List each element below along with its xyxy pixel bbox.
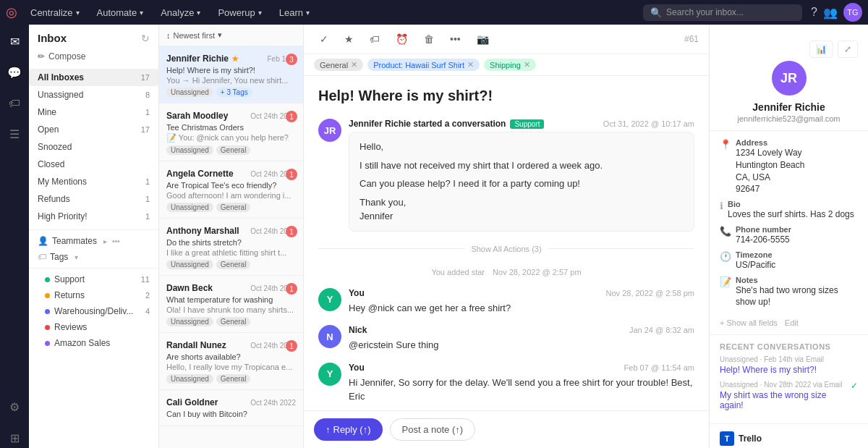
snooze-button[interactable]: ⏰ [390, 30, 414, 48]
conv-item-dawn[interactable]: Dawn Beck Oct 24th 2022 1 What temperatu… [159, 276, 303, 333]
conv-badge-dawn: General [216, 317, 251, 326]
delete-button[interactable]: 🗑 [418, 30, 440, 48]
conv-subject-jennifer: Help! Where is my shirt?! [166, 66, 296, 75]
recent-conv-2[interactable]: Unassigned · Nov 28th 2022 via Email My … [720, 381, 858, 410]
attach-button[interactable]: 📷 [471, 30, 495, 48]
inbox-sub-reviews[interactable]: Reviews [29, 319, 158, 335]
conv-name-angela: Angela Cornette [166, 169, 234, 179]
timezone-icon: 🕐 [720, 251, 731, 262]
more-button[interactable]: ••• [444, 30, 467, 48]
conv-item-randall[interactable]: Randall Nunez Oct 24th 2022 1 Are shorts… [159, 333, 303, 390]
profile-email: jenniferrichie523@gmail.com [737, 114, 840, 123]
users-icon[interactable]: 👥 [823, 6, 838, 20]
address-label: Address [736, 138, 858, 147]
settings-icon[interactable]: ⚙ [7, 397, 22, 417]
search-input[interactable] [666, 7, 795, 17]
timezone-label: Timezone [736, 250, 858, 259]
profile-avatar: JR [772, 61, 807, 96]
tag-sidebar-icon[interactable]: 🏷 [6, 94, 23, 113]
divider2 [29, 268, 158, 269]
inbox-sub-warehousing[interactable]: Warehousing/Deliv... 4 [29, 303, 158, 319]
chat-icon[interactable]: 💬 [4, 63, 25, 83]
conv-item-sarah[interactable]: Sarah Moodley Oct 24th 2022 1 Tee Christ… [159, 103, 303, 161]
refresh-icon[interactable]: ↻ [141, 33, 150, 44]
help-icon[interactable]: ? [811, 6, 817, 19]
inbox-sub-amazon[interactable]: Amazon Sales [29, 335, 158, 351]
sort-button[interactable]: ↕ Newest first ▾ [166, 30, 222, 40]
inbox-sub-returns[interactable]: Returns 2 [29, 287, 158, 303]
inbox-row-mine[interactable]: Mine 1 [29, 103, 158, 121]
inbox-row-closed[interactable]: Closed [29, 156, 158, 173]
conv-preview-anthony: I like a great athletic fitting shirt t.… [166, 248, 296, 257]
inbox-sub-support[interactable]: Support 11 [29, 271, 158, 287]
reply-button[interactable]: ↑ Reply (↑) [314, 418, 383, 441]
profile-name: Jennifer Richie [752, 101, 825, 113]
conv-preview-dawn: Ola! I have shrunk too many shirts... [166, 305, 296, 314]
tag-hawaii[interactable]: Product: Hawaii Surf Shirt ✕ [367, 59, 480, 71]
nav-automate[interactable]: Automate ▾ [90, 4, 151, 21]
system-show-actions[interactable]: Show All Actions (3) [318, 242, 694, 256]
profile-header: 📊 ⤢ JR Jennifer Richie jenniferrichie523… [710, 25, 868, 131]
search-bar[interactable]: 🔍 [643, 4, 802, 21]
msg-sender-you-1: You [349, 288, 365, 298]
star-icon-jennifer: ★ [231, 54, 239, 64]
tag-shipping[interactable]: Shipping ✕ [484, 59, 536, 71]
nav-analyze[interactable]: Analyze ▾ [153, 4, 208, 21]
unassigned-label: Unassigned [38, 90, 83, 100]
phone-icon: 📞 [720, 226, 731, 237]
conv-item-angela[interactable]: Angela Cornette Oct 24th 2022 1 Are Trop… [159, 161, 303, 219]
nav-powerup[interactable]: Powerup ▾ [210, 4, 268, 21]
conv-subject-cali: Can I buy with Bitcoin? [166, 410, 296, 418]
post-note-button[interactable]: Post a note (↑) [390, 418, 476, 441]
notes-field: 📝 Notes She's had two wrong sizes show u… [720, 276, 858, 309]
conversation-main: ✓ ★ 🏷 ⏰ 🗑 ••• 📷 #61 General ✕ Product: H… [304, 25, 709, 448]
tag-shipping-remove[interactable]: ✕ [524, 60, 530, 69]
bio-label: Bio [728, 200, 858, 208]
my-mentions-count: 1 [145, 177, 150, 186]
inbox-row-refunds[interactable]: Refunds 1 [29, 190, 158, 208]
inbox-row-open[interactable]: Open 17 [29, 121, 158, 138]
returns-dot [45, 293, 50, 298]
snoozed-label: Snoozed [38, 142, 72, 152]
conv-item-anthony[interactable]: Anthony Marshall Oct 24th 2022 1 Do the … [159, 219, 303, 276]
nav-learn[interactable]: Learn ▾ [272, 4, 317, 21]
grid-icon[interactable]: ⊞ [7, 428, 22, 448]
compose-icon: ✏ [38, 51, 45, 62]
tags-row[interactable]: 🏷 Tags ▾ [29, 249, 158, 265]
nav-centralize[interactable]: Centralize ▾ [23, 4, 87, 21]
message-jennifer-start: JR Jennifer Richie started a conversatio… [318, 119, 694, 232]
avatar-nick: N [318, 325, 341, 348]
user-avatar[interactable]: TG [843, 3, 862, 22]
tag-general-remove[interactable]: ✕ [351, 60, 357, 69]
app-logo[interactable]: ◎ [6, 4, 17, 20]
recent-conv-1[interactable]: Unassigned · Feb 14th via Email Help! Wh… [720, 355, 858, 375]
conv-item-jennifer[interactable]: Jennifer Richie ★ Feb 14th 3 Help! Where… [159, 46, 303, 103]
inbox-icon[interactable]: ✉ [7, 32, 22, 51]
inbox-row-my-mentions[interactable]: My Mentions 1 [29, 173, 158, 190]
conv-badges-sarah: Unassigned General [166, 145, 296, 155]
tag-hawaii-remove[interactable]: ✕ [467, 60, 474, 69]
teammates-row[interactable]: 👤 Teammates ▸ ••• [29, 233, 158, 249]
inbox-row-all-inboxes[interactable]: All Inboxes 17 [29, 69, 158, 86]
edit-link[interactable]: Edit [785, 318, 799, 327]
chart-icon-btn[interactable]: 📊 [809, 41, 833, 58]
menu-icon[interactable]: ☰ [7, 124, 22, 144]
tag-button[interactable]: 🏷 [364, 30, 386, 48]
conv-status-randall: Unassigned [166, 374, 213, 384]
inbox-row-unassigned[interactable]: Unassigned 8 [29, 86, 158, 103]
tags-expand-icon: ▾ [75, 253, 78, 261]
compose-button[interactable]: ✏ Compose [29, 48, 158, 67]
tag-general[interactable]: General ✕ [314, 59, 363, 71]
check-button[interactable]: ✓ [314, 30, 334, 48]
conv-badges-anthony: Unassigned General [166, 260, 296, 269]
inbox-header: Inbox ↻ [29, 25, 158, 48]
trello-logo: T [720, 431, 734, 446]
conv-badge-anthony: General [216, 260, 251, 269]
divider1 [29, 229, 158, 230]
expand-icon-btn[interactable]: ⤢ [838, 41, 858, 58]
inbox-row-high-priority[interactable]: High Priority! 1 [29, 208, 158, 225]
star-button[interactable]: ★ [339, 30, 359, 48]
inbox-row-snoozed[interactable]: Snoozed [29, 138, 158, 156]
conv-item-cali[interactable]: Cali Goldner Oct 24th 2022 Can I buy wit… [159, 390, 303, 426]
show-all-fields-link[interactable]: + Show all fields [720, 318, 778, 327]
